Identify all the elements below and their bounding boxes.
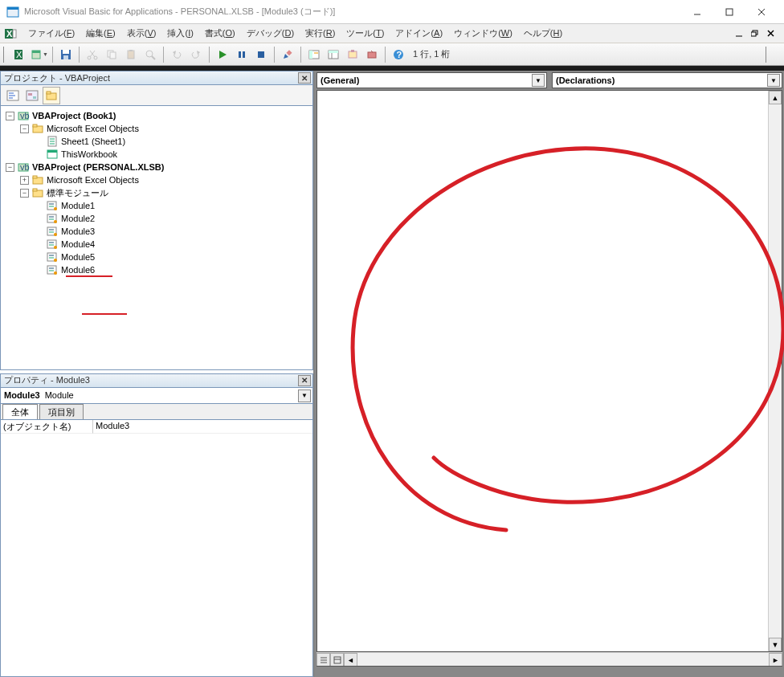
undo-button[interactable] xyxy=(168,46,186,63)
tree-node[interactable]: −Microsoft Excel Objects xyxy=(2,122,311,135)
view-object-button[interactable] xyxy=(23,87,41,104)
project-pane-close-button[interactable]: ✕ xyxy=(298,72,311,84)
tree-expander[interactable]: − xyxy=(20,189,29,198)
break-button[interactable] xyxy=(233,46,251,63)
menu-item-2[interactable]: 表示(V) xyxy=(121,27,162,39)
svg-rect-57 xyxy=(33,96,36,99)
tree-node[interactable]: −vbVBAProject (PERSONAL.XLSB) xyxy=(2,161,311,173)
redo-button[interactable] xyxy=(187,46,205,63)
svg-rect-35 xyxy=(243,51,245,58)
scroll-up-button[interactable]: ▲ xyxy=(769,91,782,104)
tree-node[interactable]: Module2 xyxy=(2,212,311,225)
view-excel-button[interactable]: X xyxy=(11,46,29,63)
reset-button[interactable] xyxy=(252,46,270,63)
properties-object-name: Module3 xyxy=(4,390,40,400)
properties-object-selector[interactable]: Module3 Module ▼ xyxy=(0,388,313,404)
properties-pane-close-button[interactable]: ✕ xyxy=(298,375,311,386)
object-dropdown[interactable]: (General) ▼ xyxy=(316,72,547,88)
menu-item-6[interactable]: 実行(R) xyxy=(300,27,341,39)
properties-window-button[interactable] xyxy=(325,46,342,63)
menu-item-10[interactable]: ヘルプ(H) xyxy=(518,27,568,39)
code-text-area[interactable] xyxy=(317,91,768,651)
menu-item-3[interactable]: 挿入(I) xyxy=(161,27,198,39)
tree-label: ThisWorkbook xyxy=(61,149,117,159)
run-button[interactable] xyxy=(214,46,231,63)
tree-node[interactable]: Module6 xyxy=(2,263,311,276)
tree-expander[interactable]: − xyxy=(6,112,14,120)
minimize-button[interactable] xyxy=(681,1,713,23)
properties-grid[interactable]: (オブジェクト名)Module3 xyxy=(0,420,313,678)
project-explorer-button[interactable] xyxy=(305,46,323,63)
vertical-scrollbar[interactable]: ▲ ▼ xyxy=(768,91,782,651)
tree-expander[interactable]: + xyxy=(20,176,29,185)
save-button[interactable] xyxy=(57,46,75,63)
tree-node[interactable]: Module4 xyxy=(2,238,311,251)
tree-node[interactable]: Module3 xyxy=(2,225,311,238)
folder-icon xyxy=(31,174,44,186)
toolbar-grip[interactable] xyxy=(3,47,7,63)
tree-expander[interactable]: − xyxy=(20,124,29,133)
menu-item-9[interactable]: ウィンドウ(W) xyxy=(448,27,518,39)
toggle-folders-button[interactable] xyxy=(43,87,60,104)
svg-rect-103 xyxy=(334,657,341,663)
mdi-restore-button[interactable] xyxy=(749,28,762,39)
window-title: Microsoft Visual Basic for Applications … xyxy=(24,6,681,18)
help-button[interactable]: ? xyxy=(390,46,407,63)
view-code-button[interactable] xyxy=(4,87,22,104)
tree-node[interactable]: +Microsoft Excel Objects xyxy=(2,173,311,186)
chevron-down-icon: ▼ xyxy=(532,74,545,87)
project-tree[interactable]: −vbVBAProject (Book1)−Microsoft Excel Ob… xyxy=(0,106,313,370)
toolbar-end-grip[interactable] xyxy=(766,47,770,63)
code-editor[interactable]: ▲ ▼ xyxy=(316,90,782,652)
cut-button[interactable] xyxy=(84,46,101,63)
menu-item-4[interactable]: 書式(O) xyxy=(199,27,241,39)
property-value[interactable]: Module3 xyxy=(93,420,312,434)
tree-label: VBAProject (Book1) xyxy=(32,111,116,120)
svg-point-24 xyxy=(94,56,97,59)
svg-text:vb: vb xyxy=(20,162,30,172)
menu-item-7[interactable]: ツール(T) xyxy=(341,27,390,39)
menu-item-0[interactable]: ファイル(F) xyxy=(22,27,80,39)
full-module-view-button[interactable] xyxy=(330,653,344,667)
menu-item-1[interactable]: 編集(E) xyxy=(80,27,121,39)
project-pane-title-text: プロジェクト - VBAProject xyxy=(4,72,110,84)
svg-marker-33 xyxy=(219,51,227,59)
tree-node[interactable]: Module5 xyxy=(2,251,311,263)
svg-rect-26 xyxy=(110,52,116,59)
mdi-close-button[interactable] xyxy=(765,28,778,39)
design-mode-button[interactable] xyxy=(279,46,296,63)
procedure-dropdown[interactable]: (Declarations) ▼ xyxy=(552,72,782,88)
tree-node[interactable]: ThisWorkbook xyxy=(2,148,311,161)
horizontal-scrollbar[interactable]: ◄ ► xyxy=(316,652,782,666)
menu-item-5[interactable]: デバッグ(D) xyxy=(241,27,300,39)
excel-icon[interactable]: X xyxy=(3,27,18,41)
tree-node[interactable]: Module1 xyxy=(2,199,311,212)
properties-selector-dropdown-icon[interactable]: ▼ xyxy=(298,389,311,402)
insert-module-button[interactable]: ▼ xyxy=(31,46,48,63)
tree-node[interactable]: −vbVBAProject (Book1) xyxy=(2,109,311,122)
project-pane-title: プロジェクト - VBAProject ✕ xyxy=(0,71,313,85)
svg-point-91 xyxy=(54,246,57,249)
find-button[interactable] xyxy=(141,46,159,63)
scroll-down-button[interactable]: ▼ xyxy=(769,638,782,651)
toolbox-button[interactable] xyxy=(363,46,381,63)
tree-node[interactable]: Sheet1 (Sheet1) xyxy=(2,135,311,148)
svg-rect-45 xyxy=(349,51,357,58)
mdi-minimize-button[interactable] xyxy=(733,28,745,39)
scroll-right-button[interactable]: ► xyxy=(769,653,782,667)
close-button[interactable] xyxy=(745,1,778,23)
maximize-button[interactable] xyxy=(713,1,745,23)
annotation-underline xyxy=(66,275,112,277)
tree-expander[interactable]: − xyxy=(6,163,14,172)
tab-by-category[interactable]: 項目別 xyxy=(39,404,84,419)
svg-point-83 xyxy=(54,220,57,223)
paste-button[interactable] xyxy=(122,46,140,63)
copy-button[interactable] xyxy=(103,46,120,63)
object-browser-button[interactable] xyxy=(344,46,361,63)
procedure-view-button[interactable] xyxy=(316,653,330,667)
menu-item-8[interactable]: アドイン(A) xyxy=(390,27,448,39)
property-row[interactable]: (オブジェクト名)Module3 xyxy=(1,420,312,434)
scroll-left-button[interactable]: ◄ xyxy=(344,653,357,667)
tab-all[interactable]: 全体 xyxy=(2,404,38,419)
tree-node[interactable]: −標準モジュール xyxy=(2,186,311,199)
